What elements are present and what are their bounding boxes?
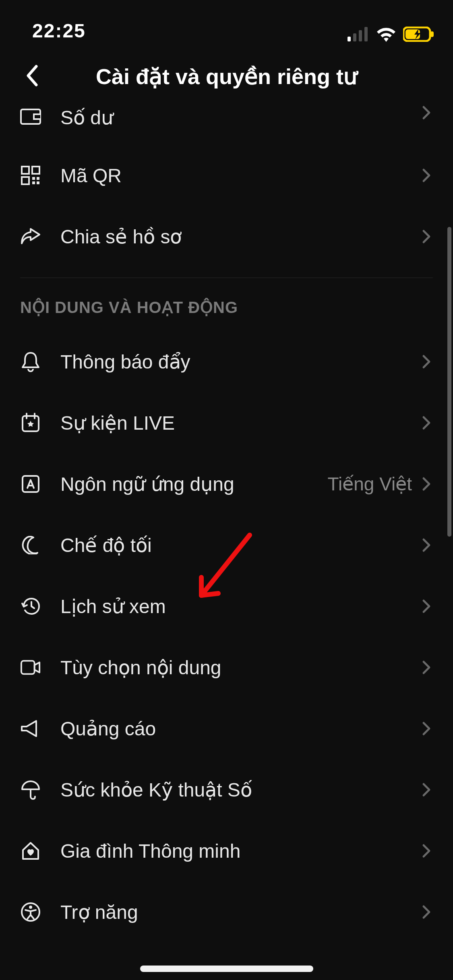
row-ads[interactable]: Quảng cáo xyxy=(0,698,453,759)
row-label: Ngôn ngữ ứng dụng xyxy=(60,473,328,495)
row-label: Quảng cáo xyxy=(60,717,420,740)
status-bar: 22:25 xyxy=(0,0,453,48)
home-indicator[interactable] xyxy=(140,966,313,972)
svg-rect-8 xyxy=(34,114,41,119)
moon-icon xyxy=(20,535,41,556)
chevron-right-icon xyxy=(420,106,433,119)
row-qr[interactable]: Mã QR xyxy=(0,145,453,206)
row-family-pairing[interactable]: Gia đình Thông minh xyxy=(0,820,453,881)
status-icons xyxy=(348,27,434,42)
row-dark-mode[interactable]: Chế độ tối xyxy=(0,515,453,576)
history-icon xyxy=(20,596,41,617)
chevron-left-icon xyxy=(26,65,39,88)
chevron-right-icon xyxy=(420,906,433,918)
chevron-right-icon xyxy=(420,169,433,182)
chevron-right-icon xyxy=(420,230,433,243)
row-app-language[interactable]: Ngôn ngữ ứng dụng Tiếng Việt xyxy=(0,453,453,515)
row-value: Tiếng Việt xyxy=(328,473,412,495)
row-label: Chia sẻ hồ sơ xyxy=(60,225,420,248)
row-label: Mã QR xyxy=(60,165,420,187)
umbrella-icon xyxy=(20,779,41,800)
title-bar: Cài đặt và quyền riêng tư xyxy=(0,48,453,105)
cellular-signal-icon xyxy=(348,27,369,41)
settings-list: Số dư Mã QR Chia s xyxy=(0,105,453,943)
row-label: Số dư xyxy=(60,106,420,129)
svg-rect-1 xyxy=(353,33,356,41)
row-label: Sức khỏe Kỹ thuật Số xyxy=(60,778,420,801)
scroll-indicator[interactable] xyxy=(447,227,451,537)
chevron-right-icon xyxy=(420,844,433,857)
svg-rect-5 xyxy=(430,31,434,37)
wifi-icon xyxy=(376,27,397,42)
calendar-icon xyxy=(20,412,41,433)
chevron-right-icon xyxy=(420,355,433,368)
share-icon xyxy=(20,226,41,247)
wallet-icon xyxy=(20,106,41,127)
chevron-right-icon xyxy=(420,600,433,613)
battery-charging-icon xyxy=(403,27,434,42)
row-live-events[interactable]: Sự kiện LIVE xyxy=(0,392,453,453)
row-push-notifications[interactable]: Thông báo đẩy xyxy=(0,331,453,392)
qr-icon xyxy=(20,165,41,186)
svg-rect-11 xyxy=(22,177,29,184)
svg-rect-19 xyxy=(23,476,39,492)
video-icon xyxy=(20,657,41,678)
chevron-right-icon xyxy=(420,539,433,552)
row-content-preferences[interactable]: Tùy chọn nội dung xyxy=(0,637,453,698)
chevron-right-icon xyxy=(420,416,433,429)
row-accessibility[interactable]: Trợ năng xyxy=(0,881,453,943)
svg-rect-20 xyxy=(21,661,35,674)
chevron-right-icon xyxy=(420,478,433,490)
row-label: Trợ năng xyxy=(60,901,420,923)
row-label: Chế độ tối xyxy=(60,534,420,556)
svg-rect-13 xyxy=(37,177,39,180)
svg-rect-9 xyxy=(22,167,29,174)
back-button[interactable] xyxy=(16,60,48,93)
svg-rect-12 xyxy=(32,177,35,180)
svg-rect-10 xyxy=(32,167,39,174)
row-label: Tùy chọn nội dung xyxy=(60,656,420,679)
svg-rect-2 xyxy=(359,30,362,41)
svg-rect-0 xyxy=(348,37,351,41)
accessibility-icon xyxy=(20,902,41,922)
row-label: Lịch sử xem xyxy=(60,595,420,618)
page-title: Cài đặt và quyền riêng tư xyxy=(0,64,453,89)
language-icon xyxy=(20,474,41,494)
row-share-profile[interactable]: Chia sẻ hồ sơ xyxy=(0,206,453,267)
svg-point-22 xyxy=(29,906,32,909)
row-label: Gia đình Thông minh xyxy=(60,840,420,862)
chevron-right-icon xyxy=(420,783,433,796)
row-balance[interactable]: Số dư xyxy=(0,105,453,145)
row-digital-wellbeing[interactable]: Sức khỏe Kỹ thuật Số xyxy=(0,759,453,820)
svg-rect-14 xyxy=(32,181,35,184)
home-heart-icon xyxy=(20,840,41,861)
svg-rect-3 xyxy=(364,27,368,41)
chevron-right-icon xyxy=(420,722,433,735)
row-watch-history[interactable]: Lịch sử xem xyxy=(0,576,453,637)
megaphone-icon xyxy=(20,718,41,739)
status-time: 22:25 xyxy=(32,20,86,42)
row-label: Sự kiện LIVE xyxy=(60,412,420,434)
bell-icon xyxy=(20,351,41,372)
section-header: NỘI DUNG VÀ HOẠT ĐỘNG xyxy=(0,278,453,331)
chevron-right-icon xyxy=(420,661,433,674)
row-label: Thông báo đẩy xyxy=(60,350,420,373)
svg-rect-15 xyxy=(37,181,39,184)
